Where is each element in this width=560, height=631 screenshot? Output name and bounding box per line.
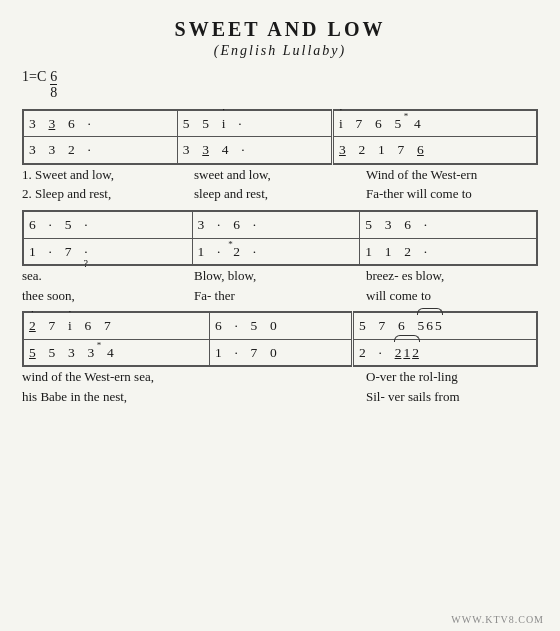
lyric-col-6: breez- es blow, will come to [366,266,538,305]
measure-2-2-bot: 1 · *2 · [192,238,360,265]
note: 5 [49,342,56,364]
note: 5* [395,113,402,135]
time-top: 6 [50,69,57,85]
note: 3 [339,139,346,161]
note: · [49,241,52,263]
note: · [424,241,427,263]
note: · [217,241,220,263]
note: 6 [85,315,92,337]
staff-3: 2 7 i 6 7 6 · [22,311,538,367]
note: 4 [414,113,421,135]
measure-1-2-top: 5 5 i · [177,110,332,137]
lyric-col-8 [194,367,366,406]
note: 6 [426,315,433,337]
note: ·? [84,241,87,263]
lyric-line-11: breez- es blow, [366,266,538,286]
lyric-line-17: O-ver the rol-ling [366,367,538,387]
note: 5 [435,315,442,337]
lyric-col-7: wind of the West-ern sea, his Babe in th… [22,367,194,406]
lyric-line-9: Blow, blow, [194,266,366,286]
note: 5 [418,315,425,337]
staff-row-bot-3: 5 5 3 3* 4 1 · [23,339,537,366]
lyric-line-3: sweet and low, [194,165,366,185]
staff-row-bot-1: 3 3 2 · 3 3 4 [23,137,537,164]
note: · [424,214,427,236]
note: · [217,214,220,236]
note: · [234,315,237,337]
note: 3 [49,113,56,135]
lyric-line-1: 1. Sweet and low, [22,165,194,185]
note: · [234,342,237,364]
note: 1 [378,139,385,161]
subtitle: (English Lullaby) [22,43,538,59]
note: 5 [29,342,36,364]
lyrics-section-2: sea. thee soon, Blow, blow, Fa- ther bre… [22,266,538,305]
note: 2 [395,342,402,364]
note: 1 [29,241,36,263]
note: 7 [49,315,56,337]
note: *2 [233,241,240,263]
staff-row-top-2: 6 · 5 · 3 · 6 [23,211,537,238]
lyric-col-2: sweet and low, sleep and rest, [194,165,366,204]
lyric-line-12: will come to [366,286,538,306]
note: · [253,241,256,263]
lyric-col-4: sea. thee soon, [22,266,194,305]
note: · [88,139,91,161]
lyric-line-4: sleep and rest, [194,184,366,204]
time-bottom: 8 [50,85,57,100]
lyrics-section-3: wind of the West-ern sea, his Babe in th… [22,367,538,406]
arc-group-2: 2 1 2 [395,342,419,364]
lyric-line-7: sea. [22,266,194,286]
staff-row-top-3: 2 7 i 6 7 6 · [23,312,537,339]
note: 4 [107,342,114,364]
lyric-line-18: Sil- ver sails from [366,387,538,407]
note: · [84,214,87,236]
note: 3 [68,342,75,364]
note: 1 [198,241,205,263]
note: 1 [215,342,222,364]
note: 3 [385,214,392,236]
lyric-line-5: Wind of the West-ern [366,165,538,185]
measure-2-1-top: 6 · 5 · [23,211,192,238]
note: 5 [183,113,190,135]
note: 7 [398,139,405,161]
note: 6 [233,214,240,236]
key-signature: 1=C 6 8 [22,69,538,101]
note: · [379,342,382,364]
key-label: 1=C [22,69,46,85]
lyric-line-6: Fa-ther will come to [366,184,538,204]
note: · [88,113,91,135]
note: 3 [49,139,56,161]
note: 6 [375,113,382,135]
note: · [238,113,241,135]
page: SWEET AND LOW (English Lullaby) 1=C 6 8 … [0,0,560,631]
note: 7 [251,342,258,364]
measure-3-1-top: 2 7 i 6 7 [23,312,209,339]
note: 0 [270,342,277,364]
note: 6 [417,139,424,161]
page-title: SWEET AND LOW [22,18,538,41]
measure-3-3-top: 5 7 6 5 6 5 [353,312,538,339]
measure-2-3-bot: 1 1 2 · [360,238,537,265]
note: 2 [359,139,366,161]
note: 3 [198,214,205,236]
measure-3-1-bot: 5 5 3 3* 4 [23,339,209,366]
section-1: 3 3 6 · 5 5 i [22,109,538,204]
staff-row-bot-2: 1 · 7 ·? 1 · *2 [23,238,537,265]
measure-2-2-top: 3 · 6 · [192,211,360,238]
note: · [241,139,244,161]
note: · [253,214,256,236]
lyric-line-8: thee soon, [22,286,194,306]
measure-3-2-bot: 1 · 7 0 [209,339,352,366]
note: 2 [29,315,36,337]
measure-1-1-bot: 3 3 2 · [23,137,177,164]
lyric-line-2: 2. Sleep and rest, [22,184,194,204]
lyric-line-10: Fa- ther [194,286,366,306]
lyric-col-5: Blow, blow, Fa- ther [194,266,366,305]
measure-1-3-top: i 7 6 5* 4 [333,110,537,137]
lyric-col-9: O-ver the rol-ling Sil- ver sails from [366,367,538,406]
note: 5 [65,214,72,236]
watermark: WWW.KTV8.COM [451,614,544,625]
time-signature: 6 8 [50,69,57,101]
measure-2-3-top: 5 3 6 · [360,211,537,238]
